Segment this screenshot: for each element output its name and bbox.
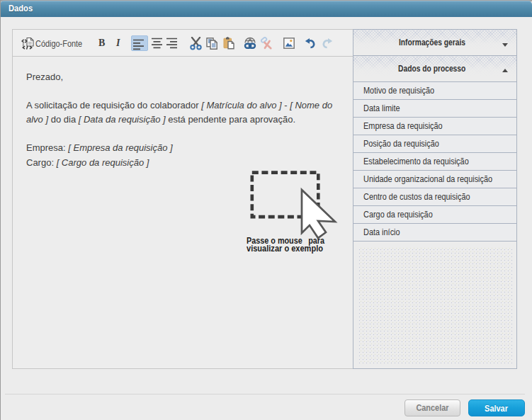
svg-text:visualizar o exemplo: visualizar o exemplo — [247, 244, 323, 254]
